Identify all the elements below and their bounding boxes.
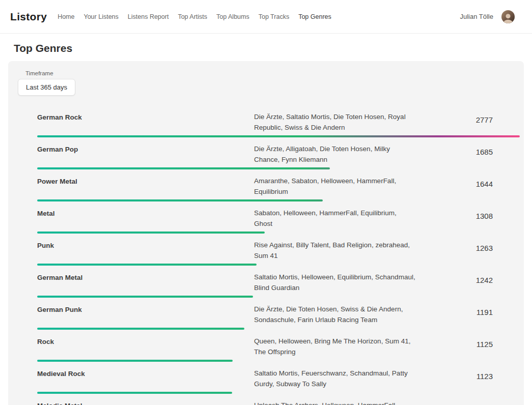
app-logo[interactable]: Listory (10, 11, 47, 23)
genre-name: Metal (37, 208, 254, 219)
genre-count: 1125 (416, 340, 520, 354)
genre-name: Rock (37, 336, 254, 347)
genre-bar (37, 360, 233, 362)
genre-name: German Metal (37, 272, 254, 283)
genre-name: Punk (37, 240, 254, 251)
nav-home[interactable]: Home (58, 13, 74, 20)
genre-bar-fill (37, 296, 253, 298)
genre-count: 1123 (416, 372, 520, 386)
genre-artists: Die Ärzte, Alligatoah, Die Toten Hosen, … (254, 143, 416, 165)
nav-top-artists[interactable]: Top Artists (178, 13, 207, 20)
genre-count: 1644 (416, 180, 520, 193)
genre-row: PunkRise Against, Billy Talent, Bad Reli… (37, 237, 520, 269)
genre-bar-fill (37, 360, 233, 362)
genre-artists: Saltatio Mortis, Helloween, Equilibrium,… (254, 272, 416, 293)
genre-row: Medieval RockSaltatio Mortis, Feuerschwa… (37, 365, 520, 397)
genre-bar-fill (37, 167, 330, 169)
genre-artists: Saltatio Mortis, Feuerschwanz, Schandmau… (254, 368, 416, 389)
genre-bar-fill (37, 392, 232, 394)
main-nav: HomeYour ListensListens ReportTop Artist… (58, 13, 331, 20)
genre-name: German Pop (37, 143, 254, 155)
app-header: Listory HomeYour ListensListens ReportTo… (0, 0, 532, 34)
genre-name: Medieval Rock (37, 368, 254, 379)
genre-bar (37, 264, 257, 266)
genre-row: German MetalSaltatio Mortis, Helloween, … (37, 269, 520, 301)
genre-row: RockQueen, Helloween, Bring Me The Horiz… (37, 333, 520, 365)
nav-top-albums[interactable]: Top Albums (216, 13, 249, 20)
genre-bar (37, 199, 323, 201)
nav-your-listens[interactable]: Your Listens (83, 13, 118, 20)
genre-name: German Rock (37, 111, 254, 123)
genre-name: German Punk (37, 304, 254, 315)
genre-row: German PunkDie Ärzte, Die Toten Hosen, S… (37, 301, 520, 333)
genre-bar (37, 392, 232, 394)
timeframe-select[interactable]: Last 365 days (18, 79, 75, 96)
genre-count: 1263 (416, 244, 520, 257)
genre-artists: Unleash The Archers, Helloween, HammerFa… (254, 400, 416, 405)
user-area: Julian Tölle (460, 10, 515, 23)
genre-table: German RockDie Ärzte, Saltatio Mortis, D… (37, 109, 520, 405)
genre-count: 1191 (416, 308, 520, 322)
genre-count: 1242 (416, 276, 520, 290)
nav-top-tracks[interactable]: Top Tracks (259, 13, 289, 20)
genre-artists: Sabaton, Helloween, HammerFall, Equilibr… (254, 208, 416, 229)
timeframe-label: Timeframe (25, 70, 512, 76)
user-avatar[interactable] (501, 10, 515, 23)
genre-artists: Queen, Helloween, Bring Me The Horizon, … (254, 336, 416, 357)
genre-count: 2777 (416, 115, 520, 129)
genre-name: Melodic Metal (37, 400, 254, 405)
nav-top-genres[interactable]: Top Genres (298, 13, 331, 20)
genre-bar-fill (37, 135, 520, 137)
genre-artists: Rise Against, Billy Talent, Bad Religion… (254, 240, 416, 261)
genre-row: MetalSabaton, Helloween, HammerFall, Equ… (37, 205, 520, 237)
genre-bar-fill (37, 232, 265, 234)
genre-row: German PopDie Ärzte, Alligatoah, Die Tot… (37, 141, 520, 173)
genre-bar-fill (37, 328, 244, 330)
genre-bar (37, 232, 265, 234)
genre-row: Power MetalAmaranthe, Sabaton, Helloween… (37, 173, 520, 205)
genre-bar-fill (37, 264, 257, 266)
genre-bar-fill (37, 199, 323, 201)
genre-bar (37, 296, 253, 298)
genre-bar (37, 167, 330, 169)
genre-bar (37, 135, 520, 137)
person-icon (501, 11, 515, 23)
genre-bar (37, 328, 244, 330)
genre-artists: Die Ärzte, Saltatio Mortis, Die Toten Ho… (254, 111, 416, 133)
genre-name: Power Metal (37, 176, 254, 187)
genre-count: 1685 (416, 148, 520, 161)
genre-artists: Amaranthe, Sabaton, Helloween, HammerFal… (254, 176, 416, 197)
genre-row: German RockDie Ärzte, Saltatio Mortis, D… (37, 109, 520, 141)
user-name[interactable]: Julian Tölle (460, 13, 493, 20)
top-genres-card: Timeframe Last 365 days German RockDie Ä… (8, 61, 524, 405)
nav-listens-report[interactable]: Listens Report (128, 13, 169, 20)
genre-count: 1308 (416, 212, 520, 225)
genre-row: Melodic MetalUnleash The Archers, Hellow… (37, 397, 520, 405)
page-title: Top Genres (14, 42, 518, 54)
genre-artists: Die Ärzte, Die Toten Hosen, Swiss & Die … (254, 304, 416, 325)
